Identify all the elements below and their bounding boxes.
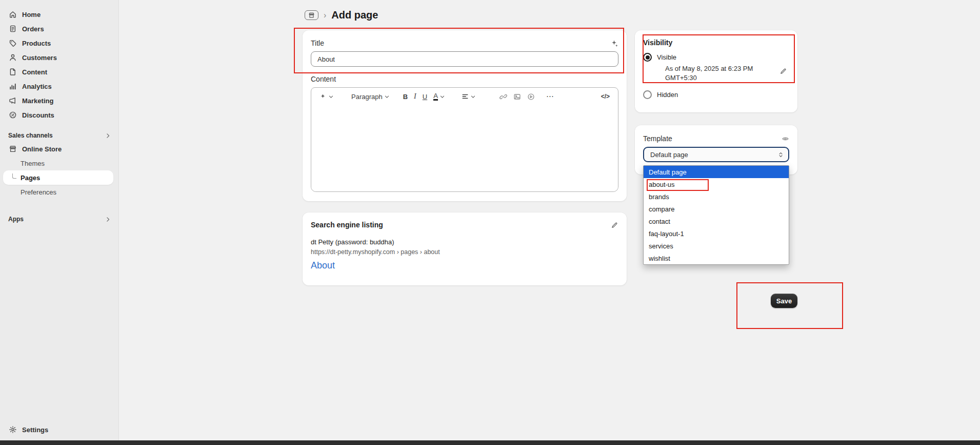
discounts-icon xyxy=(8,111,17,119)
gear-icon xyxy=(8,425,17,434)
sidebar-item-online-store[interactable]: Online Store xyxy=(0,142,118,156)
sidebar-item-label: Home xyxy=(22,11,41,18)
storefront-icon xyxy=(8,145,17,153)
sidebar-item-label: Pages xyxy=(21,174,40,182)
chevron-down-icon xyxy=(328,94,334,100)
chevron-right-icon xyxy=(105,216,111,223)
orders-icon xyxy=(8,25,17,33)
radio-label: Hidden xyxy=(657,91,678,99)
chevron-right-icon xyxy=(105,132,111,139)
align-left-icon xyxy=(462,93,469,100)
template-option-about-us[interactable]: about-us xyxy=(644,178,789,190)
rich-text-editor: Paragraph B I U A xyxy=(311,87,618,192)
sidebar-item-home[interactable]: Home xyxy=(0,7,118,22)
content-icon xyxy=(8,68,17,76)
chevron-down-icon xyxy=(470,94,476,100)
chevron-down-icon xyxy=(439,94,445,100)
alignment-dropdown[interactable] xyxy=(458,90,479,103)
page-details-card: Title Content Paragraph B I U A xyxy=(303,30,627,201)
template-option-default-page[interactable]: Default page xyxy=(644,166,789,178)
ai-assist-button[interactable] xyxy=(316,90,337,103)
page-title: Add page xyxy=(331,9,378,21)
title-field-label: Title xyxy=(311,39,324,47)
insert-link-button[interactable] xyxy=(496,90,510,103)
sidebar-item-pages[interactable]: Pages xyxy=(3,170,113,185)
sidebar-item-themes[interactable]: Themes xyxy=(0,156,118,170)
link-icon xyxy=(499,93,507,101)
sidebar-item-label: Settings xyxy=(22,426,48,434)
magic-sparkle-icon xyxy=(319,93,327,100)
sidebar-item-settings[interactable]: Settings xyxy=(0,422,118,437)
text-color-dropdown[interactable]: A xyxy=(430,90,448,103)
sidebar-item-label: Products xyxy=(22,40,51,47)
search-engine-listing-card: Search engine listing dt Petty (password… xyxy=(303,212,627,285)
eye-icon[interactable] xyxy=(782,135,789,143)
content-textarea[interactable] xyxy=(311,105,618,191)
seo-site-name: dt Petty (password: buddha) xyxy=(311,238,618,246)
template-option-services[interactable]: services xyxy=(644,240,789,252)
sidebar-item-customers[interactable]: Customers xyxy=(0,50,118,65)
sidebar-item-discounts[interactable]: Discounts xyxy=(0,108,118,122)
online-store-chip-icon[interactable] xyxy=(305,10,318,20)
sidebar-item-label: Preferences xyxy=(21,188,56,196)
marketing-icon xyxy=(8,96,17,105)
home-icon xyxy=(8,10,17,18)
products-icon xyxy=(8,39,17,47)
sidebar-item-label: Marketing xyxy=(22,97,53,105)
sidebar-item-preferences[interactable]: Preferences xyxy=(0,185,118,199)
radio-label: Visible xyxy=(657,53,676,61)
visibility-option-hidden[interactable]: Hidden xyxy=(643,90,789,99)
breadcrumb: › Add page xyxy=(305,9,378,21)
template-option-wishlist[interactable]: wishlist xyxy=(644,252,789,264)
content-field-label: Content xyxy=(311,75,618,83)
template-select[interactable]: Default page xyxy=(643,147,789,162)
sidebar-item-label: Analytics xyxy=(22,83,52,90)
template-option-brands[interactable]: brands xyxy=(644,190,789,203)
section-header-label: Apps xyxy=(8,216,24,223)
sidebar-item-label: Content xyxy=(22,68,47,76)
seo-card-heading: Search engine listing xyxy=(311,221,383,229)
sidebar-item-analytics[interactable]: Analytics xyxy=(0,79,118,93)
template-heading: Template xyxy=(643,134,672,143)
sidebar-item-content[interactable]: Content xyxy=(0,65,118,79)
edit-pencil-icon[interactable] xyxy=(779,67,787,75)
underline-button[interactable]: U xyxy=(419,90,430,103)
sidebar-item-label: Online Store xyxy=(22,145,62,153)
visibility-card: Visibility Visible As of May 8, 2025 at … xyxy=(635,30,797,112)
italic-button[interactable]: I xyxy=(411,90,419,103)
section-header-label: Sales channels xyxy=(8,132,53,139)
sidebar-item-products[interactable]: Products xyxy=(0,36,118,50)
insert-image-button[interactable] xyxy=(510,90,524,103)
save-button[interactable]: Save xyxy=(771,294,797,308)
sidebar-section-apps[interactable]: Apps xyxy=(0,213,118,225)
customers-icon xyxy=(8,53,17,62)
seo-page-title-link[interactable]: About xyxy=(311,260,618,271)
template-dropdown-list: Default page about-us brands compare con… xyxy=(643,165,789,265)
template-select-value: Default page xyxy=(650,151,688,159)
show-html-button[interactable]: </> xyxy=(598,90,613,103)
insert-video-button[interactable] xyxy=(524,90,538,103)
more-options-button[interactable]: ⋯ xyxy=(543,90,557,103)
breadcrumb-separator: › xyxy=(324,11,326,20)
text-color-label: A xyxy=(433,92,438,101)
edit-pencil-icon[interactable] xyxy=(611,221,618,229)
magic-sparkle-icon[interactable] xyxy=(610,39,618,47)
radio-selected-icon[interactable] xyxy=(643,53,652,62)
template-option-contact[interactable]: contact xyxy=(644,215,789,227)
title-input[interactable] xyxy=(311,51,618,67)
image-icon xyxy=(513,93,521,101)
sidebar-item-label: Discounts xyxy=(22,111,54,119)
paragraph-style-dropdown[interactable]: Paragraph xyxy=(348,90,393,103)
template-option-faq-layout-1[interactable]: faq-layout-1 xyxy=(644,227,789,240)
sidebar-item-label: Customers xyxy=(22,54,57,62)
visibility-option-visible[interactable]: Visible xyxy=(643,53,789,62)
radio-unselected-icon[interactable] xyxy=(643,90,652,99)
template-option-compare[interactable]: compare xyxy=(644,203,789,215)
video-icon xyxy=(527,93,535,101)
sidebar-item-orders[interactable]: Orders xyxy=(0,22,118,36)
bold-button[interactable]: B xyxy=(400,90,411,103)
bottom-bar xyxy=(0,440,980,445)
visibility-date-line1: As of May 8, 2025 at 6:23 PM xyxy=(665,65,789,73)
sidebar-section-sales-channels[interactable]: Sales channels xyxy=(0,129,118,142)
sidebar-item-marketing[interactable]: Marketing xyxy=(0,93,118,108)
